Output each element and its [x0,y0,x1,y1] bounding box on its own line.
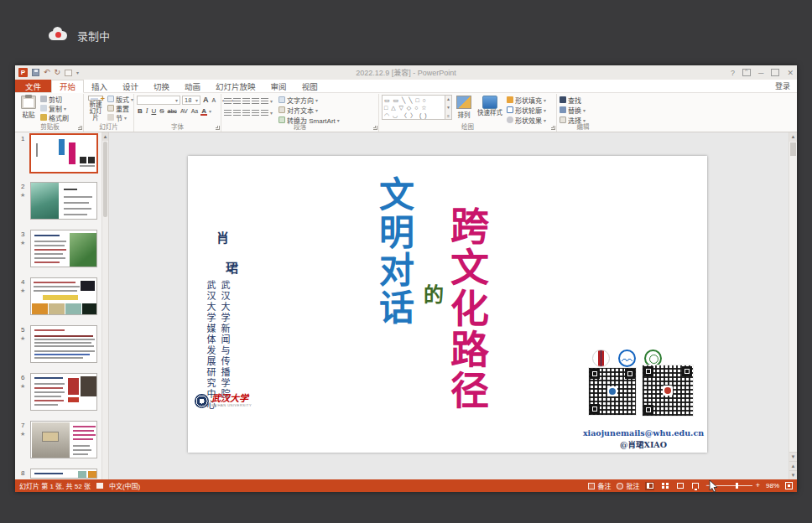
justify-icon[interactable] [252,110,259,116]
customize-qat-chevron-icon[interactable]: ▾ [76,70,79,75]
redo-icon[interactable]: ↻ [55,69,61,76]
bullets-icon[interactable] [224,98,232,104]
language-status[interactable]: 中文(中国) [109,481,140,490]
tab-view[interactable]: 视图 [294,80,325,92]
slide-thumbnail-figure[interactable] [29,133,98,173]
zoom-in-button[interactable]: + [756,482,760,489]
increase-indent-icon[interactable] [252,98,259,104]
normal-view-button[interactable] [645,482,654,490]
grow-font-button[interactable]: A [202,96,210,104]
slide-editing-surface[interactable]: 文 明 对 话 的 跨 文 化 路 径 肖 珺 武汉大学新闻与传播学院 [188,156,707,453]
notes-toggle[interactable]: 备注 [588,481,611,490]
close-icon[interactable]: ✕ [787,69,794,77]
scrollbar-thumb[interactable] [103,142,107,217]
previous-slide-button[interactable]: ▲ [789,461,797,470]
reset-button[interactable]: 重置 [107,104,133,112]
decrease-indent-icon[interactable] [242,98,250,104]
character-spacing-button[interactable]: AV [180,108,189,114]
paste-button[interactable]: 粘贴 [19,95,38,122]
minimize-icon[interactable]: ─ [758,69,763,77]
columns-icon[interactable] [261,110,268,116]
save-icon[interactable] [32,69,39,76]
slideshow-view-button[interactable] [690,482,700,490]
tab-file[interactable]: 文件 [15,80,51,92]
thumbnail-slide-7[interactable]: 7 ★ [15,419,108,467]
slide-thumbnail-figure[interactable] [30,469,97,479]
slide-count-status[interactable]: 幻灯片 第 1 张, 共 52 张 [19,481,91,490]
numbering-icon[interactable] [233,98,241,104]
fit-slide-to-window-icon[interactable] [785,482,793,489]
font-dialog-launcher[interactable] [216,126,220,130]
sign-in-link[interactable]: 登录 [768,80,797,92]
tab-animations[interactable]: 动画 [177,80,208,92]
start-slideshow-icon[interactable] [65,70,72,76]
slide-thumbnail-figure[interactable] [30,421,97,458]
thumbnail-slide-5[interactable]: 5 ★ [15,324,108,371]
thumbnail-slide-3[interactable]: 3 ★ [15,228,108,276]
reading-view-button[interactable] [675,482,684,490]
restore-icon[interactable] [771,69,779,76]
align-right-icon[interactable] [242,110,250,116]
strikethrough-button[interactable]: S [159,107,164,115]
tab-slideshow[interactable]: 幻灯片放映 [208,80,263,92]
tab-insert[interactable]: 插入 [84,80,115,92]
shape-fill-button[interactable]: 形状填充▾ [507,96,546,104]
zoom-slider-thumb[interactable] [736,483,738,489]
paragraph-dialog-launcher[interactable] [373,126,377,130]
tab-review[interactable]: 审阅 [263,80,294,92]
powerpoint-logo-icon[interactable]: P [18,68,28,77]
shapes-gallery-scrollbar[interactable]: ▲▼≡ [445,95,452,120]
italic-button[interactable]: I [145,107,149,115]
scrollbar-thumb[interactable] [790,142,796,156]
slide-thumbnail-figure[interactable] [30,373,97,411]
font-name-combo[interactable]: ▾ [137,96,180,105]
scroll-down-icon[interactable]: ▼ [789,452,797,461]
change-case-button[interactable]: Aa [190,108,200,114]
clear-formatting-button[interactable]: abc [167,108,178,114]
canvas-scrollbar[interactable]: ▲ ▼ ▲ ▼ [789,132,797,479]
underline-button[interactable]: U [150,107,157,115]
undo-icon[interactable]: ↶ [44,69,50,76]
thumbnail-scrollbar[interactable]: ▲ [102,132,108,479]
tab-home[interactable]: 开始 [51,80,84,93]
tab-design[interactable]: 设计 [115,80,146,92]
find-button[interactable]: 查找 [560,96,586,104]
thumbnail-slide-8[interactable]: 8 [15,467,108,479]
arrange-button[interactable]: 排列 [455,95,473,122]
thumbnail-slide-6[interactable]: 6 ★ [15,371,108,419]
quick-styles-button[interactable]: 快速样式 [476,95,504,122]
thumbnail-slide-4[interactable]: 4 ★ [15,276,108,324]
slide-thumbnail-figure[interactable] [30,277,97,315]
align-text-button[interactable]: 对齐文本▾ [278,106,340,114]
help-icon[interactable]: ? [731,69,735,77]
layout-button[interactable]: 版式▾ [107,95,133,103]
scroll-up-icon[interactable]: ▲ [789,132,797,142]
tab-transitions[interactable]: 切换 [146,80,177,92]
proofing-icon[interactable] [96,483,103,489]
shrink-font-button[interactable]: A [211,97,217,103]
font-color-button[interactable]: A [200,107,207,115]
text-direction-button[interactable]: 文字方向▾ [278,96,340,104]
slide-thumbnail-figure[interactable] [30,325,97,363]
thumbnail-slide-1[interactable]: 1 [15,132,108,180]
bold-button[interactable]: B [137,107,143,115]
slide-sorter-view-button[interactable] [660,482,669,490]
align-center-icon[interactable] [233,110,241,116]
slide-thumbnail-figure[interactable] [30,230,97,267]
line-spacing-icon[interactable] [261,98,268,104]
scroll-up-icon[interactable]: ▲ [102,132,108,141]
zoom-percentage[interactable]: 98% [766,482,779,489]
slide-thumbnail-figure[interactable] [30,182,97,220]
cut-button[interactable]: 剪切 [40,95,69,103]
thumbnail-slide-2[interactable]: 2 ★ [15,180,108,228]
replace-button[interactable]: 替换▾ [560,106,586,114]
clipboard-dialog-launcher[interactable] [78,126,82,130]
shape-outline-button[interactable]: 形状轮廓▾ [507,106,546,114]
comments-toggle[interactable]: 批注 [617,481,639,490]
new-slide-button[interactable]: 新建幻灯片 [86,95,105,122]
shapes-gallery[interactable]: ▭ ▭ ╲ ╲ □ ○ □ △ ▽ ◇ ○ ☆ ◠ ◡ 〈 〉 ( ) [382,95,445,120]
font-size-combo[interactable]: 18▾ [182,96,200,105]
format-painter-button[interactable]: 格式刷 [40,113,69,122]
drawing-dialog-launcher[interactable] [551,126,555,130]
next-slide-button[interactable]: ▼ [789,470,797,479]
